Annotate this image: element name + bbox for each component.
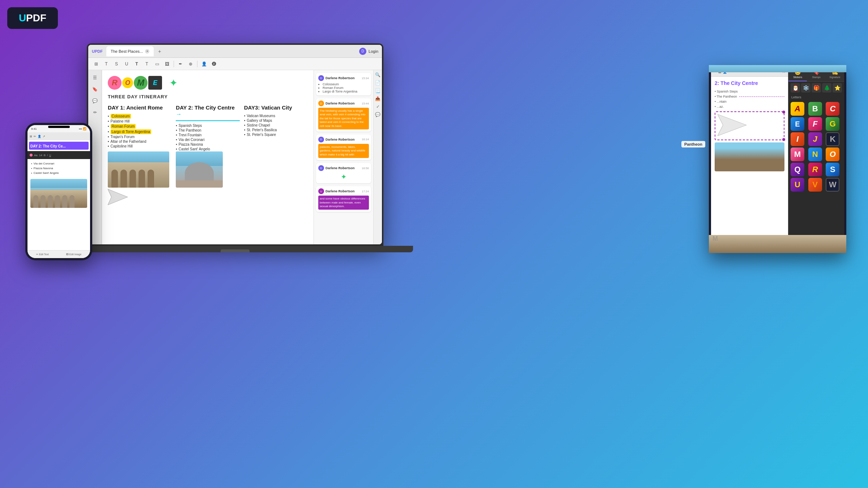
comment-1-time: 15:34 bbox=[362, 77, 369, 80]
browser-updf-logo: UPDF bbox=[92, 49, 103, 53]
sticker-letter-C[interactable]: C bbox=[826, 102, 839, 116]
sticker-letter-H[interactable]: I bbox=[791, 132, 804, 146]
laptop-inner: UPDF The Best Places... × + D Login ⊞ T … bbox=[88, 45, 382, 244]
arch-a5 bbox=[62, 195, 67, 208]
arch-a6 bbox=[69, 195, 75, 208]
laptop-screen: UPDF The Best Places... × + D Login ⊞ T … bbox=[87, 43, 383, 246]
comment-3-highlight-box: palaces, monuments, lakes, gardens, natu… bbox=[318, 144, 369, 158]
toolbar-fill-btn[interactable]: 🅐 bbox=[210, 60, 218, 68]
sticker-letter-M[interactable]: M bbox=[791, 147, 804, 161]
tablet-paper-plane-icon bbox=[718, 114, 746, 136]
sticker-star2[interactable]: ⭐ bbox=[833, 83, 842, 93]
sticker-letter-O[interactable]: O bbox=[826, 147, 839, 161]
toolbar-underline-btn[interactable]: U bbox=[122, 60, 131, 68]
message-icon[interactable]: 💬 bbox=[375, 112, 380, 117]
sticker-letter-A[interactable]: A bbox=[791, 102, 804, 116]
comment-2-time: 15:44 bbox=[362, 102, 369, 105]
sidebar-edit-icon[interactable]: ✏ bbox=[90, 108, 100, 117]
toolbar-user-btn[interactable]: 👤 bbox=[200, 60, 208, 68]
sticker-snowflake[interactable]: ❄️ bbox=[801, 83, 810, 93]
phone-color-dot[interactable] bbox=[30, 154, 33, 157]
comment-4-star: ✦ bbox=[318, 172, 369, 181]
toolbar-text-btn[interactable]: T bbox=[102, 60, 111, 68]
sticker-letter-D[interactable]: E bbox=[791, 117, 804, 131]
comment-5-highlight-box: and some have obvious differences betwee… bbox=[318, 196, 369, 210]
login-label: Login bbox=[369, 49, 378, 53]
pdf-scroll-panel: R O M E ✦ THREE DAY ITINERARY bbox=[102, 70, 314, 244]
sticker-santa[interactable]: 🎅 bbox=[791, 83, 800, 93]
phone-body: 9:41 ▪▪▪ 📶 ⊞ ✏ 👤 ↗ DAY 2: The City Ce...… bbox=[25, 123, 92, 260]
selection-handle-br[interactable] bbox=[782, 138, 785, 141]
tablet-dashed-line bbox=[739, 97, 784, 97]
sticker-letter-S[interactable]: S bbox=[826, 163, 839, 176]
comment-5-text: and some have obvious differences betwee… bbox=[320, 197, 367, 208]
tab-close-button[interactable]: × bbox=[145, 49, 149, 53]
phone-toolbar-icon1[interactable]: ⊞ bbox=[30, 135, 32, 138]
toolbar-strike-btn[interactable]: S bbox=[112, 60, 121, 68]
toolbar-sep2 bbox=[197, 61, 197, 67]
toolbar-img-btn[interactable]: 🖼 bbox=[163, 60, 171, 68]
sticker-tab-label: Stickers bbox=[793, 76, 802, 78]
check-icon[interactable]: ✓ bbox=[376, 104, 380, 109]
roman-forum-highlight: Roman Forum bbox=[111, 124, 136, 129]
day1-title: DAY 1: Ancient Rome bbox=[108, 104, 171, 111]
comment-2-highlight-box: The hindwing usually has a single anal v… bbox=[318, 108, 369, 129]
phone-font-name: Aa bbox=[34, 154, 38, 157]
toolbar-pen-btn[interactable]: ✒ bbox=[176, 60, 185, 68]
page2-icon[interactable]: 📃 bbox=[375, 88, 380, 93]
phone-photo bbox=[30, 179, 87, 208]
sidebar-comment-icon[interactable]: 💬 bbox=[90, 96, 100, 106]
toolbar-circle-btn[interactable]: ⊕ bbox=[186, 60, 195, 68]
login-button[interactable]: D Login bbox=[359, 48, 378, 55]
sticker-letter-G[interactable]: G bbox=[826, 117, 839, 131]
phone-toolbar-icon3[interactable]: 👤 bbox=[38, 135, 41, 138]
sticker-letter-K[interactable]: K bbox=[826, 132, 839, 146]
sticker-letter-J[interactable]: J bbox=[808, 132, 822, 146]
phone-toolbar-icon2[interactable]: ✏ bbox=[34, 135, 36, 138]
phone-toolbar-icon4[interactable]: ↗ bbox=[43, 135, 45, 138]
sticker-gift[interactable]: 🎁 bbox=[812, 83, 821, 93]
sig-tab-label: Signature bbox=[829, 76, 840, 78]
day2-title: DAY 2: The City Centre → bbox=[176, 104, 239, 117]
comment-1-item1: Colosseum bbox=[323, 82, 369, 86]
phone-edit-image-btn[interactable]: 🖼 Edit Image bbox=[66, 253, 81, 256]
sidebar-bookmark-icon[interactable]: 🔖 bbox=[90, 85, 100, 94]
svg-marker-0 bbox=[108, 189, 128, 205]
comment-4: D Darlene Robertson 16:56 ✦ bbox=[316, 163, 371, 183]
day1-item-palatine: Palatine Hill bbox=[108, 119, 171, 124]
sticker-letter-F[interactable]: F bbox=[808, 117, 822, 131]
sticker-letter-R[interactable]: R bbox=[808, 163, 822, 176]
sticker-letter-N[interactable]: N bbox=[808, 147, 822, 161]
comment-3-header: D Darlene Robertson 16:14 bbox=[318, 137, 369, 142]
updf-logo: UPDF bbox=[7, 7, 58, 29]
arch1 bbox=[111, 170, 118, 188]
toolbar-text2-btn[interactable]: T bbox=[142, 60, 151, 68]
sticker-tree[interactable]: 🌲 bbox=[822, 83, 831, 93]
arch5 bbox=[148, 170, 154, 188]
toolbar-box-btn[interactable]: ▭ bbox=[153, 60, 161, 68]
toolbar-grid-btn[interactable]: ⊞ bbox=[92, 60, 101, 68]
toolbar-font-btn[interactable]: T bbox=[132, 60, 141, 68]
comment-5-avatar: U bbox=[318, 188, 324, 194]
day2-list: Spanish Steps The Pantheon Trevi Fountai… bbox=[176, 123, 239, 151]
sticker-letter-B[interactable]: B bbox=[808, 102, 822, 116]
sticker-letter-W[interactable]: W bbox=[826, 178, 839, 192]
selection-handle-tr[interactable] bbox=[782, 111, 785, 114]
share-icon[interactable]: 📤 bbox=[375, 96, 380, 101]
sidebar-nav-icon[interactable]: ☰ bbox=[90, 73, 100, 82]
new-tab-button[interactable]: + bbox=[156, 48, 163, 55]
sticker-letters-grid: A B C E F G I J K M N O Q R S U V bbox=[788, 100, 844, 193]
phone-edit-text-btn[interactable]: ✏ Edit Text bbox=[36, 253, 49, 256]
phone-device: 9:41 ▪▪▪ 📶 ⊞ ✏ 👤 ↗ DAY 2: The City Ce...… bbox=[25, 123, 92, 260]
sticker-letter-V[interactable]: V bbox=[808, 178, 822, 192]
stamp-tab-label: Stamps bbox=[812, 76, 821, 78]
phone-font-size: 14 bbox=[39, 154, 42, 157]
sticker-letter-P[interactable]: Q bbox=[791, 163, 804, 176]
page-icon[interactable]: 📄 bbox=[375, 80, 380, 85]
day2-section: DAY 2: The City Centre → Spanish Steps T… bbox=[176, 104, 239, 207]
browser-tab[interactable]: The Best Places... × bbox=[106, 46, 154, 56]
search-right-icon[interactable]: 🔍 bbox=[375, 72, 380, 77]
sticker-letter-U[interactable]: U bbox=[791, 178, 804, 192]
comment-4-name: Darlene Robertson bbox=[326, 166, 355, 170]
phone-item-via: Via dei Coronari bbox=[31, 161, 86, 166]
